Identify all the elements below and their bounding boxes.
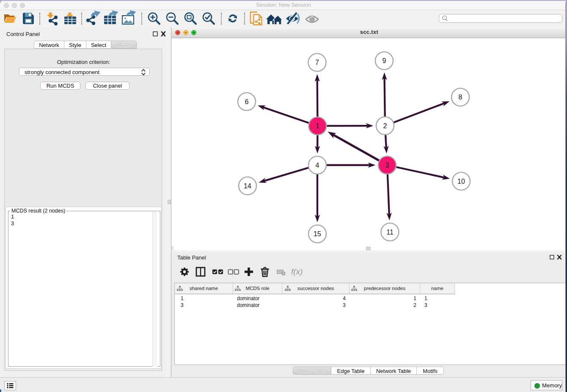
svg-text:2: 2: [383, 122, 387, 130]
svg-text:4: 4: [316, 162, 319, 169]
svg-text:15: 15: [314, 230, 321, 237]
svg-text:3: 3: [385, 162, 389, 169]
svg-text:6: 6: [245, 98, 249, 105]
svg-text:1: 1: [316, 122, 319, 130]
svg-text:10: 10: [457, 178, 465, 185]
svg-text:14: 14: [244, 182, 251, 190]
svg-text:7: 7: [315, 59, 319, 66]
svg-text:8: 8: [459, 94, 462, 101]
svg-text:9: 9: [383, 57, 386, 64]
svg-text:11: 11: [386, 229, 394, 236]
svg-text:f(x): f(x): [291, 267, 303, 276]
